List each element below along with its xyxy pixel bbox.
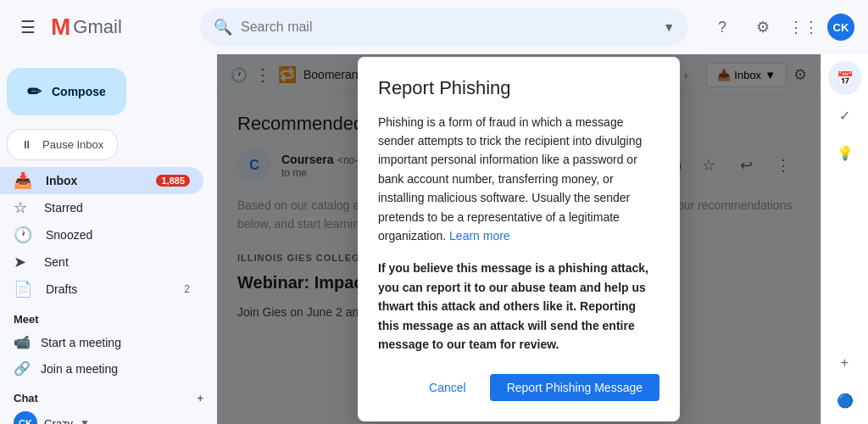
email-content-area: 🕐 ⋮ 🔁 Boomerang 2 of 2,056 ‹ › 📥 Inbox ▼… xyxy=(217,54,821,424)
sidebar-item-sent[interactable]: ➤ Sent xyxy=(0,248,203,276)
main-layout: ✏ Compose ⏸ Pause Inbox 📥 Inbox 1,885 ☆ … xyxy=(0,54,868,424)
compose-label: Compose xyxy=(52,85,106,98)
right-panel-addon-icon[interactable]: 🔵 xyxy=(828,383,862,417)
chat-user-name: Crazy xyxy=(44,417,73,425)
right-panel: 📅 ✓ 💡 + 🔵 xyxy=(821,54,868,424)
gmail-logo: M Gmail xyxy=(51,14,122,41)
star-icon: ☆ xyxy=(14,198,31,217)
apps-button[interactable]: ⋮⋮ xyxy=(787,10,821,44)
drafts-count: 2 xyxy=(184,283,190,295)
dialog-title: Report Phishing xyxy=(378,77,659,99)
report-phishing-button[interactable]: Report Phishing Message xyxy=(490,374,659,401)
search-input[interactable] xyxy=(241,20,656,35)
meet-section-label: Meet xyxy=(0,306,217,329)
sent-icon: ➤ xyxy=(14,253,31,271)
menu-icon[interactable]: ☰ xyxy=(14,10,42,44)
sidebar-item-label: Drafts xyxy=(46,282,170,296)
chat-section: Chat + CK Crazy ▼ xyxy=(0,382,217,424)
sidebar-item-drafts[interactable]: 📄 Drafts 2 xyxy=(0,276,203,303)
chat-user-item[interactable]: CK Crazy ▼ xyxy=(14,408,203,424)
dialog-overlay: Report Phishing Phishing is a form of fr… xyxy=(217,54,821,424)
topbar-left: ☰ M Gmail xyxy=(14,10,183,44)
pause-label: Pause Inbox xyxy=(42,138,103,151)
inbox-badge: 1,885 xyxy=(156,175,190,187)
chat-user-avatar: CK xyxy=(14,411,37,424)
dialog-body-para2: If you believe this message is a phishin… xyxy=(378,259,659,354)
sidebar-item-label: Starred xyxy=(44,201,190,215)
dialog-actions: Cancel Report Phishing Message xyxy=(378,374,659,401)
start-meeting-label: Start a meeting xyxy=(41,336,121,349)
report-phishing-dialog: Report Phishing Phishing is a form of fr… xyxy=(358,57,680,422)
right-panel-expand-icon[interactable]: + xyxy=(828,346,862,380)
settings-button[interactable]: ⚙ xyxy=(746,10,780,44)
topbar: ☰ M Gmail 🔍 ▼ ? ⚙ ⋮⋮ CK xyxy=(0,0,868,54)
sidebar-item-start-meeting[interactable]: 📹 Start a meeting xyxy=(0,329,217,355)
search-icon: 🔍 xyxy=(214,18,232,36)
dialog-body-para1: Phishing is a form of fraud in which a m… xyxy=(378,113,659,246)
chat-header: Chat + xyxy=(14,388,203,408)
add-chat-icon[interactable]: + xyxy=(197,392,203,404)
sidebar-item-label: Snoozed xyxy=(46,228,190,242)
right-panel-tasks-icon[interactable]: ✓ xyxy=(828,98,862,132)
search-bar[interactable]: 🔍 ▼ xyxy=(200,8,688,47)
learn-more-link[interactable]: Learn more xyxy=(449,229,510,243)
video-icon: 📹 xyxy=(14,334,31,350)
sidebar: ✏ Compose ⏸ Pause Inbox 📥 Inbox 1,885 ☆ … xyxy=(0,54,217,424)
chat-dropdown-icon[interactable]: ▼ xyxy=(80,417,90,424)
snooze-icon: 🕐 xyxy=(14,226,32,244)
compose-button[interactable]: ✏ Compose xyxy=(7,68,126,115)
join-icon: 🔗 xyxy=(14,360,31,377)
compose-icon: ✏ xyxy=(27,81,42,102)
topbar-right: ? ⚙ ⋮⋮ CK xyxy=(705,10,854,44)
search-dropdown-icon[interactable]: ▼ xyxy=(663,20,675,34)
inbox-icon: 📥 xyxy=(14,171,32,190)
help-button[interactable]: ? xyxy=(705,10,739,44)
right-panel-keep-icon[interactable]: 💡 xyxy=(828,136,862,170)
gmail-m: M xyxy=(51,14,70,41)
gmail-text: Gmail xyxy=(73,16,121,38)
join-meeting-label: Join a meeting xyxy=(41,362,118,376)
pause-inbox-button[interactable]: ⏸ Pause Inbox xyxy=(7,129,118,160)
sidebar-item-inbox[interactable]: 📥 Inbox 1,885 xyxy=(0,167,203,194)
sidebar-item-label: Inbox xyxy=(46,174,142,187)
avatar[interactable]: CK xyxy=(827,14,854,41)
cancel-button[interactable]: Cancel xyxy=(412,374,483,401)
sidebar-item-join-meeting[interactable]: 🔗 Join a meeting xyxy=(0,355,217,382)
dialog-body-text: Phishing is a form of fraud in which a m… xyxy=(378,115,642,243)
pause-icon: ⏸ xyxy=(21,138,32,151)
right-panel-calendar-icon[interactable]: 📅 xyxy=(828,61,862,95)
drafts-icon: 📄 xyxy=(14,280,32,298)
sidebar-item-snoozed[interactable]: 🕐 Snoozed xyxy=(0,221,203,248)
sidebar-item-starred[interactable]: ☆ Starred xyxy=(0,194,203,221)
chat-section-label: Chat xyxy=(14,392,38,404)
sidebar-item-label: Sent xyxy=(44,255,190,269)
